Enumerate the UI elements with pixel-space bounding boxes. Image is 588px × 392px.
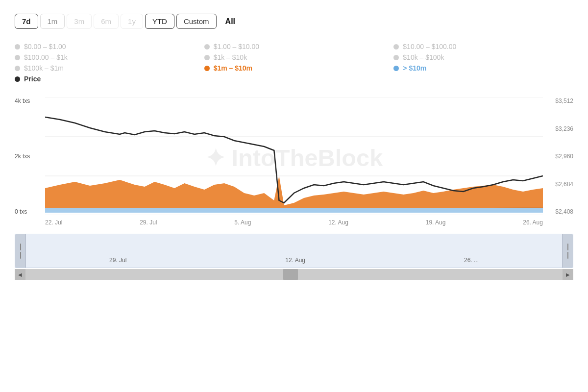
x-label-1: 29. Jul	[140, 219, 157, 226]
y-right-4: $2,684	[544, 181, 573, 188]
legend-item-5: $10k – $100k	[393, 53, 573, 61]
legend-dot-3	[15, 55, 20, 60]
handle-line	[567, 244, 568, 250]
chart-legend: $0.00 – $1.00 $1.00 – $10.00 $10.00 – $1…	[15, 43, 573, 83]
chart-area: 4k txs 2k txs 0 txs $3,512 $3,236 $2,960…	[15, 98, 573, 215]
handle-lines-left	[20, 244, 21, 259]
navigator-handle-right[interactable]	[562, 234, 573, 268]
filter-custom[interactable]: Custom	[176, 14, 217, 29]
x-label-2: 5. Aug	[234, 219, 251, 226]
x-label-5: 26. Aug	[523, 219, 543, 226]
legend-dot-4	[204, 55, 210, 60]
chart-wrapper: 4k txs 2k txs 0 txs $3,512 $3,236 $2,960…	[15, 98, 573, 382]
filter-6m[interactable]: 6m	[94, 14, 119, 29]
filter-1y[interactable]: 1y	[121, 14, 143, 29]
x-label-4: 19. Aug	[426, 219, 446, 226]
legend-dot-0	[15, 44, 20, 49]
y-label-4k: 4k txs	[15, 98, 44, 104]
handle-line	[20, 244, 21, 250]
filter-all[interactable]: All	[219, 14, 242, 29]
legend-item-3: $100.00 – $1k	[15, 53, 195, 61]
scrollbar[interactable]: ◀ ▶	[15, 269, 573, 280]
y-label-0: 0 txs	[15, 208, 44, 215]
time-filter-bar: 7d 1m 3m 6m 1y YTD Custom All	[15, 14, 573, 29]
nav-label-1: 12. Aug	[285, 257, 305, 264]
filter-1m[interactable]: 1m	[40, 14, 65, 29]
y-right-5: $2,408	[544, 208, 573, 215]
legend-dot-8	[393, 66, 399, 71]
legend-item-7: $1m – $10m	[204, 64, 384, 72]
legend-item-2: $10.00 – $100.00	[393, 43, 573, 50]
y-right-1: $3,512	[544, 98, 573, 104]
legend-dot-price	[15, 76, 20, 82]
legend-dot-5	[393, 55, 399, 60]
main-container: 7d 1m 3m 6m 1y YTD Custom All $0.00 – $1…	[0, 0, 588, 392]
y-label-2k: 2k txs	[15, 153, 44, 160]
x-label-3: 12. Aug	[328, 219, 348, 226]
y-right-3: $2,960	[544, 153, 573, 160]
y-axis-left: 4k txs 2k txs 0 txs	[15, 98, 44, 215]
legend-dot-7	[204, 66, 210, 71]
legend-item-1: $1.00 – $10.00	[204, 43, 384, 50]
handle-line	[567, 252, 568, 259]
y-axis-right: $3,512 $3,236 $2,960 $2,684 $2,408	[544, 98, 573, 215]
chart-svg-area: ✦ IntoTheBlock	[45, 98, 543, 215]
navigator-bar[interactable]: 29. Jul 12. Aug 26. ...	[15, 234, 573, 268]
filter-7d[interactable]: 7d	[15, 14, 38, 29]
x-label-0: 22. Jul	[45, 219, 62, 226]
navigator-handle-left[interactable]	[15, 234, 26, 268]
legend-item-price: Price	[15, 75, 195, 83]
legend-item-8: > $10m	[393, 64, 573, 72]
scroll-left-arrow[interactable]: ◀	[15, 269, 25, 280]
svg-marker-5	[45, 176, 543, 208]
scroll-right-arrow[interactable]: ▶	[563, 269, 573, 280]
scroll-track[interactable]	[25, 269, 563, 280]
navigator-area: 29. Jul 12. Aug 26. ... ◀ ▶	[15, 234, 573, 280]
nav-label-2: 26. ...	[464, 257, 479, 264]
filter-ytd[interactable]: YTD	[145, 14, 174, 29]
svg-text:✦ IntoTheBlock: ✦ IntoTheBlock	[205, 145, 383, 171]
legend-dot-1	[204, 44, 210, 49]
nav-label-0: 29. Jul	[109, 257, 126, 264]
legend-item-0: $0.00 – $1.00	[15, 43, 195, 50]
legend-dot-6	[15, 66, 20, 71]
filter-3m[interactable]: 3m	[67, 14, 92, 29]
svg-marker-4	[45, 207, 543, 213]
handle-line	[20, 252, 21, 259]
legend-item-4: $1k – $10k	[204, 53, 384, 61]
handle-lines-right	[567, 244, 568, 259]
x-axis-labels: 22. Jul 29. Jul 5. Aug 12. Aug 19. Aug 2…	[15, 215, 573, 226]
y-right-2: $3,236	[544, 125, 573, 132]
legend-dot-2	[393, 44, 399, 49]
navigator-labels: 29. Jul 12. Aug 26. ...	[30, 257, 558, 264]
scroll-thumb[interactable]	[283, 269, 298, 280]
legend-item-6: $100k – $1m	[15, 64, 195, 72]
